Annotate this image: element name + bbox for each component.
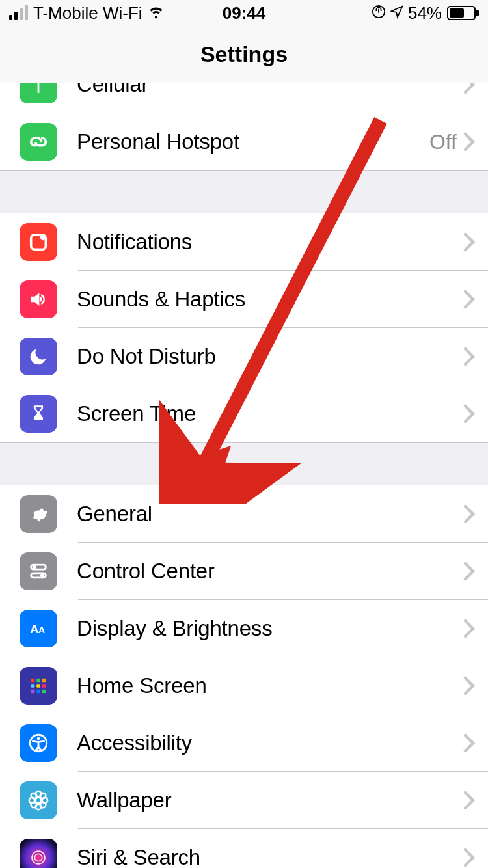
statusbar-left: T-Mobile Wi-Fi [9,3,223,24]
row-label: Home Screen [77,673,463,698]
svg-point-19 [37,737,40,740]
svg-rect-16 [36,690,40,694]
chevron-right-icon [463,562,475,581]
svg-point-20 [36,798,42,804]
row-label: Accessibility [77,731,463,755]
gear-icon [20,495,57,533]
svg-rect-13 [36,684,40,688]
svg-rect-12 [31,684,35,688]
svg-rect-14 [42,684,46,688]
group-notifications: Notifications Sounds & Haptics Do Not Di… [0,213,488,443]
row-label: Siri & Search [77,845,463,868]
row-label: Screen Time [77,401,463,426]
row-notifications[interactable]: Notifications [0,213,488,271]
svg-text:A: A [30,622,38,636]
row-label: Do Not Disturb [77,344,463,369]
chevron-right-icon [463,848,475,867]
chevron-right-icon [463,619,475,638]
statusbar-right: 54% [265,3,479,23]
row-label: General [77,502,463,526]
chevron-right-icon [463,404,475,424]
rotation-lock-icon [372,3,386,23]
wifi-icon [148,3,165,24]
speaker-icon [20,280,57,318]
group-connectivity: Cellular Personal Hotspot Off [0,83,488,171]
row-label: Control Center [77,559,463,584]
chevron-right-icon [463,290,475,309]
toggles-icon [20,552,57,590]
row-detail: Off [429,130,457,154]
svg-rect-11 [42,679,46,683]
row-homescreen[interactable]: Home Screen [0,657,488,714]
row-controlcenter[interactable]: Control Center [0,543,488,600]
row-cellular[interactable]: Cellular [0,83,488,113]
svg-rect-9 [31,679,35,683]
svg-point-2 [40,235,46,241]
grid-icon [20,667,57,705]
row-label: Cellular [77,83,463,97]
page-title: Settings [200,42,288,67]
settings-list[interactable]: Cellular Personal Hotspot Off Notificati… [0,83,488,868]
row-label: Wallpaper [77,788,463,813]
row-screentime[interactable]: Screen Time [0,385,488,442]
link-icon [20,123,57,161]
row-dnd[interactable]: Do Not Disturb [0,328,488,385]
row-siri[interactable]: Siri & Search [0,829,488,868]
row-hotspot[interactable]: Personal Hotspot Off [0,113,488,170]
row-sounds[interactable]: Sounds & Haptics [0,271,488,328]
row-accessibility[interactable]: Accessibility [0,714,488,772]
svg-rect-15 [31,690,35,694]
moon-icon [20,338,57,375]
chevron-right-icon [463,132,475,152]
svg-text:A: A [38,625,45,635]
chevron-right-icon [463,347,475,366]
chevron-right-icon [463,232,475,252]
siri-icon [20,839,57,868]
row-label: Notifications [77,230,463,254]
svg-rect-10 [36,679,40,683]
statusbar: T-Mobile Wi-Fi 09:44 54% [0,0,488,26]
clock: 09:44 [223,3,266,23]
location-icon [390,3,404,23]
svg-point-4 [33,565,37,569]
row-wallpaper[interactable]: Wallpaper [0,772,488,829]
chevron-right-icon [463,504,475,524]
group-general: General Control Center AA Display & Brig… [0,485,488,868]
antenna-icon [20,83,57,103]
bell-square-icon [20,223,57,261]
row-display[interactable]: AA Display & Brightness [0,600,488,657]
chevron-right-icon [463,83,475,94]
svg-point-30 [34,854,42,861]
row-label: Sounds & Haptics [77,287,463,312]
battery-icon [446,6,479,20]
flower-icon [20,781,57,819]
chevron-right-icon [463,676,475,696]
carrier-label: T-Mobile Wi-Fi [33,3,142,23]
row-label: Personal Hotspot [77,129,429,154]
svg-point-29 [32,851,45,864]
accessibility-icon [20,724,57,762]
row-general[interactable]: General [0,485,488,543]
aa-icon: AA [20,610,57,647]
hourglass-icon [20,395,57,433]
signal-strength-icon [9,7,28,20]
nav-bar: Settings [0,26,488,83]
svg-rect-17 [42,690,46,694]
chevron-right-icon [463,733,475,753]
chevron-right-icon [463,791,475,810]
row-label: Display & Brightness [77,616,463,641]
battery-pct: 54% [408,3,442,23]
svg-point-6 [40,574,44,578]
